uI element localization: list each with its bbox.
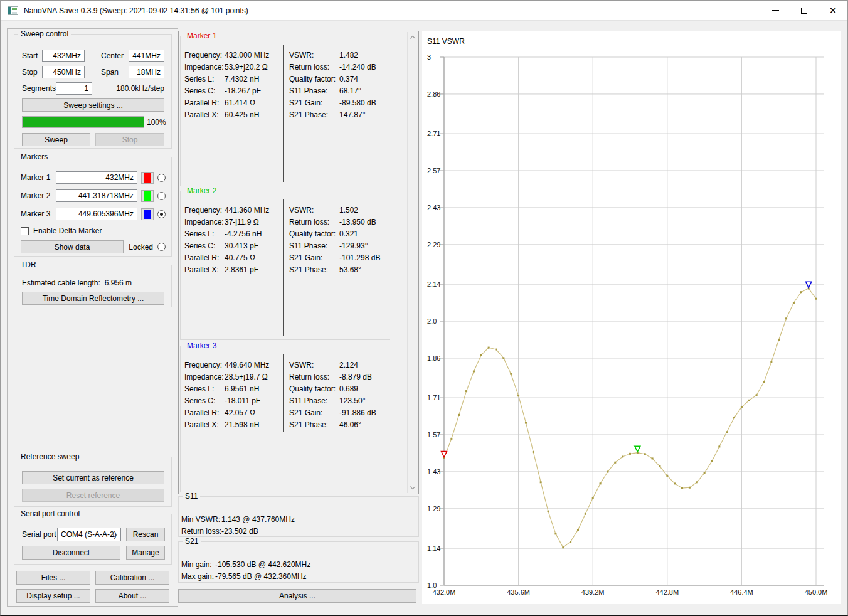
svg-text:442.8M: 442.8M [655,588,679,596]
span-input[interactable] [129,66,164,78]
reference-sweep-title: Reference sweep [18,452,82,461]
titlebar: NanoVNA Saver 0.3.9 (Sweep: 2021-09-02 1… [1,1,847,21]
manage-button[interactable]: Manage [126,546,165,560]
s11-vswr-chart: 32.862.712.572.432.292.142.01.861.711.57… [422,31,841,604]
marker-1-label: Marker 1 [21,173,52,182]
marker-2-color [144,191,151,201]
reference-sweep-group: Reference sweep Set current as reference… [14,457,172,507]
display-setup-button[interactable]: Display setup ... [16,589,90,603]
marker-1-detail-group: Marker 1 Frequency:432.000 MHzImpedance:… [180,36,390,186]
maximize-button[interactable] [790,1,819,20]
sweep-settings-button[interactable]: Sweep settings ... [22,98,164,112]
step-size-text: 180.0kHz/step [116,84,164,93]
marker-2-row: Marker 2 [21,189,166,202]
center-label: Center [101,51,129,60]
show-data-button[interactable]: Show data [21,240,124,253]
marker-1-detail-title: Marker 1 [184,31,219,40]
sweep-control-group: Sweep control Start Center Stop Span [14,34,172,149]
locked-radio[interactable] [157,243,166,251]
marker-1-input[interactable] [56,171,137,184]
center-input[interactable] [129,50,164,62]
svg-text:2.43: 2.43 [427,204,440,211]
about-button[interactable]: About ... [95,589,169,603]
start-label: Start [22,51,42,60]
marker-3-radio[interactable] [157,210,166,218]
marker-1-color-swatch[interactable] [141,172,154,184]
marker-field: Series L:7.4302 nH [184,73,280,85]
start-input[interactable] [42,50,85,62]
time-domain-reflectometry-button[interactable]: Time Domain Reflectometry ... [22,292,164,305]
svg-text:2.71: 2.71 [427,130,440,137]
control-sidebar: Sweep control Start Center Stop Span [7,28,178,607]
marker-2-input[interactable] [56,189,137,202]
marker-field: S21 Gain:-91.886 dB [289,406,390,418]
set-reference-button[interactable]: Set current as reference [22,471,164,484]
svg-text:1.43: 1.43 [427,468,440,475]
return-loss-row: Return loss: -23.502 dB [179,525,416,537]
svg-text:1.86: 1.86 [427,354,440,362]
marker-field: Quality factor:0.689 [289,383,390,395]
marker-field: Series C:-18.267 pF [184,85,280,97]
vertical-scrollbar[interactable] [407,32,418,493]
column-divider [283,45,284,182]
enable-delta-marker-checkbox[interactable] [21,227,29,235]
marker-field: Series C:-18.011 pF [184,395,280,406]
rescan-button[interactable]: Rescan [126,528,165,541]
marker-1-color [144,173,151,183]
s21-summary-group: S21 Min gain: -105.530 dB @ 442.620MHz M… [178,541,419,583]
marker-field: S11 Phase:-129.93° [289,240,390,252]
marker-2-detail-group: Marker 2 Frequency:441.360 MHzImpedance:… [180,191,390,340]
stop-button[interactable]: Stop [95,133,164,146]
max-gain-value: -79.565 dB @ 432.360MHz [215,572,307,581]
progress-percent: 100% [147,118,166,127]
files-button[interactable]: Files ... [16,571,90,585]
tdr-group: TDR Estimated cable length: 6.956 m Time… [14,265,172,307]
serial-port-group: Serial port control Serial port COM4 (S-… [14,514,172,565]
minimize-icon [772,10,779,11]
svg-text:1.29: 1.29 [427,505,440,512]
calibration-button[interactable]: Calibration ... [95,571,169,585]
segments-input[interactable] [56,82,92,95]
marker-3-color-swatch[interactable] [141,208,154,220]
marker-1-radio[interactable] [157,174,166,182]
marker-2-radio[interactable] [157,192,166,200]
analysis-button[interactable]: Analysis ... [178,589,416,603]
close-button[interactable]: ✕ [819,1,847,20]
sweep-control-title: Sweep control [18,29,71,38]
marker-2-color-swatch[interactable] [141,190,154,202]
minimize-button[interactable] [761,1,790,20]
column-divider [92,49,92,77]
min-vswr-value: 1.143 @ 437.760MHz [221,515,295,524]
scroll-down-button[interactable] [408,482,418,493]
enable-delta-marker-label: Enable Delta Marker [33,226,102,235]
svg-text:432.0M: 432.0M [433,588,456,596]
marker-field: Parallel X:60.425 nH [184,109,280,120]
sweep-button[interactable]: Sweep [22,133,90,146]
marker-field: S21 Gain:-101.298 dB [289,252,390,263]
main-content: Sweep control Start Center Stop Span [1,21,847,615]
s11-summary-title: S11 [183,492,200,501]
scroll-up-button[interactable] [408,32,418,43]
svg-text:1.71: 1.71 [427,394,440,401]
svg-text:1.14: 1.14 [427,544,440,552]
reset-reference-button[interactable]: Reset reference [22,489,164,502]
marker-field: Series L:6.9561 nH [184,383,280,395]
marker-field: S21 Gain:-89.580 dB [289,97,390,109]
cable-length-value: 6.956 m [105,279,132,287]
stop-input[interactable] [42,66,85,78]
span-label: Span [101,68,129,77]
marker-field: Frequency:432.000 MHz [184,49,280,61]
serial-port-select[interactable]: COM4 (S-A-A-2) [57,528,121,541]
marker-3-input[interactable] [56,208,137,220]
chevron-up-icon [410,36,415,41]
max-gain-row: Max gain: -79.565 dB @ 432.360MHz [179,570,416,582]
panel-edge-divider [840,28,840,607]
marker-field: S21 Phase:53.68° [289,263,390,275]
tdr-title: TDR [18,260,39,269]
disconnect-button[interactable]: Disconnect [22,546,120,560]
min-vswr-label: Min VSWR: [181,515,221,524]
marker-field: Return loss:-8.879 dB [289,371,390,383]
min-gain-row: Min gain: -105.530 dB @ 442.620MHz [179,558,416,570]
marker-field: VSWR:1.502 [289,204,390,216]
svg-text:439.2M: 439.2M [581,588,605,596]
